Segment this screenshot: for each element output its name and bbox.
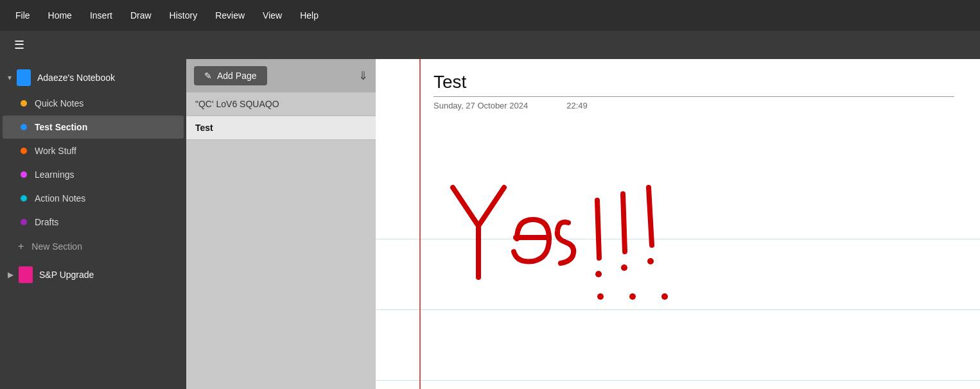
drafts-dot xyxy=(21,219,27,225)
note-time: 22:49 xyxy=(566,101,588,110)
svg-point-2 xyxy=(647,258,654,264)
quick-notes-label: Quick Notes xyxy=(35,98,83,108)
note-area: Test Sunday, 27 October 2024 22:49 xyxy=(376,59,980,389)
work-stuff-label: Work Stuff xyxy=(35,146,76,156)
svg-point-5 xyxy=(661,293,668,300)
yes-drawing xyxy=(433,168,767,318)
edit-icon: ✎ xyxy=(204,71,212,81)
page-item-qc-lov6[interactable]: "QC' LoV6 SQUAQO xyxy=(186,92,376,116)
work-stuff-dot xyxy=(21,148,27,154)
hamburger-icon[interactable]: ☰ xyxy=(9,35,30,55)
h-line-3 xyxy=(376,380,980,381)
sort-icon[interactable]: ⇓ xyxy=(358,69,368,83)
sidebar: ▾ Adaeze's Notebook Quick Notes Test Sec… xyxy=(0,59,186,389)
note-title: Test xyxy=(433,72,954,92)
add-page-label: Add Page xyxy=(217,71,257,81)
test-section-dot xyxy=(21,124,27,130)
pages-toolbar: ✎ Add Page ⇓ xyxy=(186,59,376,92)
pages-panel: ✎ Add Page ⇓ "QC' LoV6 SQUAQO Test xyxy=(186,59,376,389)
menu-home[interactable]: Home xyxy=(40,6,80,24)
notebook1-header[interactable]: ▾ Adaeze's Notebook xyxy=(0,64,186,91)
note-date: Sunday, 27 October 2024 xyxy=(433,101,528,110)
menu-bar: File Home Insert Draw History Review Vie… xyxy=(0,0,980,31)
notebook2-header[interactable]: ▶ S&P Upgrade xyxy=(0,261,186,288)
menu-help[interactable]: Help xyxy=(292,6,326,24)
menu-view[interactable]: View xyxy=(255,6,290,24)
learnings-dot xyxy=(21,171,27,178)
svg-point-0 xyxy=(595,271,602,277)
menu-history[interactable]: History xyxy=(162,6,206,24)
test-section-label: Test Section xyxy=(35,122,87,132)
yes-svg xyxy=(433,168,767,316)
menu-file[interactable]: File xyxy=(8,6,38,24)
new-section-item[interactable]: + New Section xyxy=(0,234,186,259)
sidebar-item-learnings[interactable]: Learnings xyxy=(3,163,184,186)
learnings-label: Learnings xyxy=(35,169,74,180)
chevron-right-icon: ▶ xyxy=(8,270,13,279)
new-section-label: New Section xyxy=(31,241,82,252)
svg-point-1 xyxy=(621,264,627,271)
note-meta: Sunday, 27 October 2024 22:49 xyxy=(433,101,954,110)
note-title-area: Test Sunday, 27 October 2024 22:49 xyxy=(433,72,954,110)
svg-point-4 xyxy=(629,293,636,300)
note-divider xyxy=(433,96,954,97)
note-content: Test Sunday, 27 October 2024 22:49 xyxy=(376,59,980,389)
notebook2-title: S&P Upgrade xyxy=(39,270,94,280)
chevron-down-icon: ▾ xyxy=(8,73,12,82)
sidebar-item-quick-notes[interactable]: Quick Notes xyxy=(3,92,184,115)
menu-review[interactable]: Review xyxy=(207,6,252,24)
plus-icon: + xyxy=(18,241,24,252)
menu-draw[interactable]: Draw xyxy=(123,6,159,24)
svg-point-3 xyxy=(597,293,604,300)
margin-line xyxy=(419,59,421,389)
add-page-button[interactable]: ✎ Add Page xyxy=(194,66,267,85)
notebook1-icon xyxy=(17,69,31,86)
sidebar-item-action-notes[interactable]: Action Notes xyxy=(3,187,184,210)
drafts-label: Drafts xyxy=(35,217,58,227)
notebook1-title: Adaeze's Notebook xyxy=(37,73,115,83)
sidebar-item-work-stuff[interactable]: Work Stuff xyxy=(3,139,184,162)
sidebar-item-test-section[interactable]: Test Section xyxy=(3,116,184,139)
menu-insert[interactable]: Insert xyxy=(82,6,120,24)
quick-notes-dot xyxy=(21,100,27,107)
main-area: ▾ Adaeze's Notebook Quick Notes Test Sec… xyxy=(0,59,980,389)
page-item-test[interactable]: Test xyxy=(186,116,376,140)
notebook2-icon xyxy=(19,266,33,283)
sidebar-item-drafts[interactable]: Drafts xyxy=(3,211,184,234)
toolbar: ☰ xyxy=(0,31,980,59)
action-notes-dot xyxy=(21,195,27,202)
action-notes-label: Action Notes xyxy=(35,193,85,203)
